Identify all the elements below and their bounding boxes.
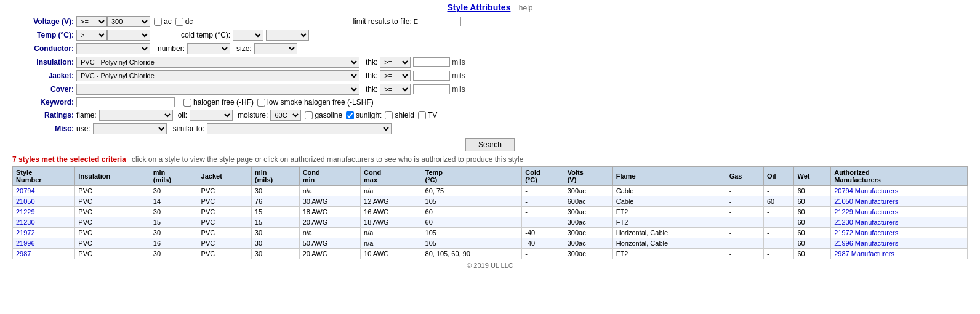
use-select[interactable]	[93, 123, 167, 134]
cell-style-number[interactable]: 21972	[13, 228, 75, 238]
cell-manufacturers[interactable]: 20794 Manufacturers	[831, 186, 968, 196]
similar-to-select[interactable]	[207, 123, 392, 134]
style-number-link[interactable]: 21050	[16, 198, 35, 205]
cell-cond_max: 18 AWG	[361, 217, 422, 228]
voltage-op-select[interactable]: >= = <=	[76, 16, 107, 27]
style-number-link[interactable]: 21996	[16, 240, 35, 247]
gasoline-checkbox[interactable]	[305, 111, 313, 119]
misc-label: Misc:	[12, 124, 74, 133]
cov-thk-op-select[interactable]: >= = <=	[380, 84, 411, 95]
low-smoke-checkbox[interactable]	[257, 99, 265, 107]
cell-style-number[interactable]: 21229	[13, 207, 75, 217]
insulation-label: Insulation:	[12, 58, 74, 66]
col-temp: Temp(°C)	[422, 167, 522, 186]
header-row: StyleNumber Insulation min(mils) Jacket …	[13, 167, 968, 186]
cold-op-select[interactable]: = >= <=	[233, 30, 263, 41]
ins-thk-op-select[interactable]: >= = <=	[380, 57, 411, 68]
cell-jkt_min: 30	[251, 249, 299, 259]
cell-cond_min: 20 AWG	[299, 249, 360, 259]
ins-thk-input[interactable]	[413, 57, 450, 67]
cell-volts: 300ac	[564, 249, 612, 259]
cov-thk-input[interactable]	[413, 84, 450, 94]
search-btn-row: Search	[12, 138, 968, 151]
style-number-link[interactable]: 2987	[16, 250, 31, 257]
limit-input[interactable]	[412, 17, 461, 26]
oil-select[interactable]: 60	[190, 110, 233, 121]
conductor-select[interactable]: Copper Aluminum	[76, 43, 150, 54]
cell-style-number[interactable]: 20794	[13, 186, 75, 196]
manufacturers-link[interactable]: 20794 Manufacturers	[834, 187, 898, 195]
gasoline-label[interactable]: gasoline	[305, 111, 342, 119]
cell-cond_max: 10 AWG	[361, 249, 422, 259]
cover-select[interactable]: PVC - Polyvinyl Chloride	[76, 84, 359, 95]
search-button[interactable]: Search	[465, 138, 515, 151]
cell-manufacturers[interactable]: 2987 Manufacturers	[831, 249, 968, 259]
voltage-value-select[interactable]: 300 600	[107, 16, 150, 27]
page-wrapper: Style Attributes help Voltage (V): >= = …	[0, 0, 980, 314]
insulation-select[interactable]: PVC - Polyvinyl Chloride Nylon Polyethyl…	[76, 57, 359, 68]
cell-jacket: PVC	[198, 207, 251, 217]
cell-manufacturers[interactable]: 21050 Manufacturers	[831, 196, 968, 207]
keyword-input[interactable]	[76, 97, 175, 107]
manufacturers-link[interactable]: 21050 Manufacturers	[834, 198, 898, 205]
sunlight-text: sunlight	[356, 111, 381, 119]
sunlight-label[interactable]: sunlight	[346, 111, 381, 119]
cell-cond_max: n/a	[361, 228, 422, 238]
manufacturers-link[interactable]: 2987 Manufacturers	[834, 250, 894, 257]
cell-cold: -	[522, 186, 564, 196]
temp-op-select[interactable]: >= = <=	[76, 30, 107, 41]
cell-wet: 60	[794, 238, 831, 249]
jkt-thk-op-select[interactable]: >= = <=	[380, 70, 411, 81]
cell-jkt_min: 30	[251, 186, 299, 196]
sunlight-checkbox[interactable]	[346, 111, 354, 119]
style-number-link[interactable]: 21229	[16, 208, 35, 215]
col-cold: Cold(°C)	[522, 167, 564, 186]
dc-checkbox-label[interactable]: dc	[175, 17, 193, 26]
number-select[interactable]	[187, 43, 230, 54]
dc-checkbox[interactable]	[175, 18, 183, 26]
cell-cold: -	[522, 217, 564, 228]
manufacturers-link[interactable]: 21996 Manufacturers	[834, 240, 898, 247]
halogen-free-checkbox[interactable]	[183, 99, 191, 107]
style-number-link[interactable]: 21972	[16, 229, 35, 236]
jkt-thk-input[interactable]	[413, 71, 450, 81]
low-smoke-label[interactable]: low smoke halogen free (-LSHF)	[257, 98, 374, 107]
manufacturers-link[interactable]: 21230 Manufacturers	[834, 219, 898, 226]
manufacturers-link[interactable]: 21972 Manufacturers	[834, 229, 898, 236]
cell-manufacturers[interactable]: 21229 Manufacturers	[831, 207, 968, 217]
jacket-select[interactable]: PVC - Polyvinyl Chloride Nylon	[76, 70, 359, 81]
ac-checkbox[interactable]	[154, 18, 162, 26]
flame-select[interactable]: FT2 Cable Horizontal, Cable	[99, 110, 173, 121]
cell-jacket: PVC	[198, 228, 251, 238]
cell-style-number[interactable]: 21996	[13, 238, 75, 249]
cell-wet: 60	[794, 249, 831, 259]
shield-label[interactable]: shield	[385, 111, 414, 119]
tv-label[interactable]: TV	[418, 111, 437, 119]
cell-style-number[interactable]: 21230	[13, 217, 75, 228]
size-select[interactable]	[254, 43, 297, 54]
ratings-row: Ratings: flame: FT2 Cable Horizontal, Ca…	[12, 110, 968, 121]
moisture-select[interactable]: 60C 75C 105C	[270, 110, 301, 121]
cell-manufacturers[interactable]: 21972 Manufacturers	[831, 228, 968, 238]
help-link[interactable]: help	[519, 4, 533, 12]
flame-label: flame:	[76, 111, 97, 119]
page-title[interactable]: Style Attributes	[448, 2, 511, 12]
manufacturers-link[interactable]: 21229 Manufacturers	[834, 208, 898, 215]
style-number-link[interactable]: 21230	[16, 219, 35, 226]
cell-style-number[interactable]: 21050	[13, 196, 75, 207]
cell-style-number[interactable]: 2987	[13, 249, 75, 259]
cell-manufacturers[interactable]: 21230 Manufacturers	[831, 217, 968, 228]
jacket-row: Jacket: PVC - Polyvinyl Chloride Nylon t…	[12, 70, 968, 81]
oil-label: oil:	[178, 111, 187, 119]
halogen-free-label[interactable]: halogen free (-HF)	[183, 98, 254, 107]
cell-flame: Cable	[612, 196, 726, 207]
style-number-link[interactable]: 20794	[16, 187, 35, 195]
cold-value-select[interactable]: -40	[266, 30, 309, 41]
conductor-row: Conductor: Copper Aluminum number: size:	[12, 43, 968, 54]
temp-value-select[interactable]: 60 75 105	[107, 30, 150, 41]
cell-manufacturers[interactable]: 21996 Manufacturers	[831, 238, 968, 249]
tv-checkbox[interactable]	[418, 111, 426, 119]
ac-checkbox-label[interactable]: ac	[154, 17, 172, 26]
cell-gas: -	[726, 238, 763, 249]
shield-checkbox[interactable]	[385, 111, 393, 119]
